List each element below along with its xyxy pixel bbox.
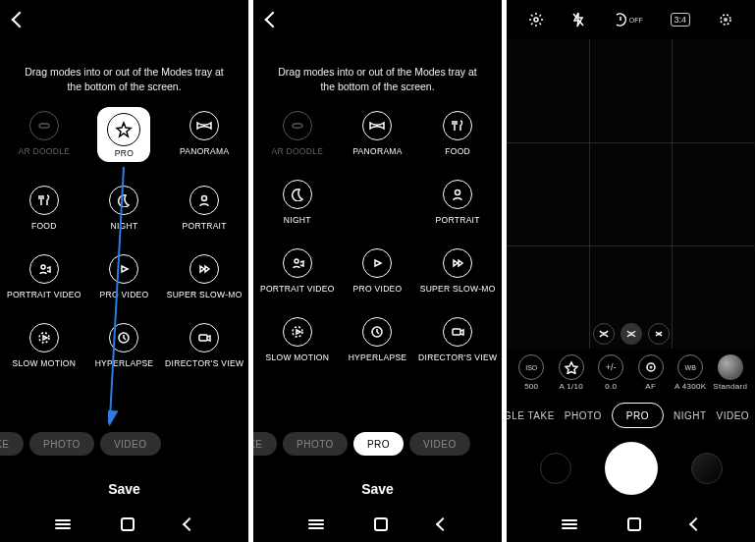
lens-selector[interactable] — [593, 323, 670, 345]
iso-icon: ISO — [518, 354, 544, 380]
mode-tray[interactable]: AKE PHOTO VIDEO — [0, 422, 248, 467]
mode-food[interactable]: FOOD — [4, 186, 84, 231]
svg-marker-2 — [122, 266, 128, 272]
shutter-icon — [559, 354, 584, 380]
lens-ultrawide-icon[interactable] — [593, 323, 615, 345]
svg-marker-12 — [297, 330, 300, 334]
nav-back-icon[interactable] — [688, 517, 702, 531]
motion-photo-icon[interactable] — [718, 12, 733, 27]
svg-point-9 — [295, 259, 298, 263]
svg-marker-10 — [375, 260, 381, 266]
tray-pill-pro[interactable]: PRO — [353, 432, 404, 456]
tray-pill-video[interactable]: VIDEO — [409, 432, 470, 456]
portrait-video-icon — [29, 254, 59, 284]
nav-recent-icon[interactable] — [308, 519, 324, 529]
setting-focus[interactable]: AF — [632, 354, 671, 391]
lens-wide-icon[interactable] — [621, 323, 642, 345]
gallery-thumbnail[interactable] — [540, 453, 571, 484]
setting-ev[interactable]: +/- 0.0 — [592, 354, 630, 391]
tray-pill-video[interactable]: VIDEO — [100, 432, 161, 456]
mode-hyperlapse[interactable]: HYPERLAPSE — [338, 317, 418, 362]
viewfinder[interactable] — [507, 39, 755, 349]
mode-directors-view[interactable]: DIRECTOR'S VIEW — [164, 323, 244, 368]
mode-pro[interactable]: PRO — [84, 111, 165, 162]
save-button[interactable]: Save — [0, 467, 248, 507]
food-icon — [29, 186, 59, 215]
focus-icon — [638, 354, 664, 380]
mode-ar-doodle[interactable]: AR DOODLE — [257, 111, 338, 156]
mode-portrait-video[interactable]: PORTRAIT VIDEO — [4, 254, 84, 299]
setting-wb[interactable]: WB A 4300K — [672, 354, 710, 391]
settings-icon[interactable] — [528, 12, 544, 27]
save-button[interactable]: Save — [253, 467, 502, 507]
tray-pill-photo[interactable]: PHOTO — [29, 432, 94, 456]
mode-panorama[interactable]: PANORAMA — [164, 111, 244, 162]
mode-slow-motion[interactable]: SLOW MOTION — [257, 317, 338, 362]
portrait-video-icon — [283, 248, 312, 278]
setting-shutter[interactable]: A 1/10 — [553, 354, 591, 391]
night-icon — [109, 186, 138, 215]
slow-motion-icon — [29, 323, 59, 352]
mode-panorama[interactable]: PANORAMA — [338, 111, 418, 156]
nav-recent-icon[interactable] — [562, 519, 577, 529]
mode-night[interactable]: NIGHT — [257, 180, 338, 225]
ev-icon: +/- — [598, 354, 623, 380]
phone-screen-3: OFF 3:4 ISO 500 A 1/10 +/- 0.0 AF — [507, 0, 755, 542]
mode-portrait[interactable]: PORTRAIT — [417, 180, 498, 225]
nav-home-icon[interactable] — [121, 517, 135, 531]
lens-tele-icon[interactable] — [648, 323, 670, 345]
mode-hyperlapse[interactable]: HYPERLAPSE — [84, 323, 165, 368]
mode-super-slow-mo[interactable]: SUPER SLOW-MO — [417, 248, 498, 294]
mode-pro-video[interactable]: PRO VIDEO — [84, 254, 165, 299]
svg-point-8 — [456, 190, 460, 195]
mode-pro-active[interactable]: PRO — [612, 403, 664, 428]
mode-pro-video[interactable]: PRO VIDEO — [338, 248, 418, 294]
mode-slow-motion[interactable]: SLOW MOTION — [4, 323, 84, 368]
mode-food[interactable]: FOOD — [417, 111, 498, 156]
night-icon — [283, 180, 312, 209]
back-icon[interactable] — [12, 12, 28, 28]
camera-mode-strip[interactable]: INGLE TAKE PHOTO PRO NIGHT VIDEO — [507, 393, 755, 438]
mode-directors-view[interactable]: DIRECTOR'S VIEW — [417, 317, 498, 362]
ar-doodle-icon — [29, 111, 59, 140]
flash-off-icon[interactable] — [571, 12, 585, 27]
setting-profile[interactable]: Standard — [712, 354, 750, 391]
switch-camera-button[interactable] — [691, 453, 723, 484]
panorama-icon — [362, 111, 392, 140]
svg-point-0 — [202, 196, 207, 201]
shutter-button[interactable] — [605, 442, 658, 495]
svg-point-1 — [41, 265, 45, 269]
svg-rect-6 — [199, 335, 207, 341]
mode-video[interactable]: VIDEO — [717, 410, 750, 421]
nav-recent-icon[interactable] — [55, 519, 71, 529]
system-navbar — [253, 507, 502, 542]
directors-view-icon — [189, 323, 219, 352]
mode-super-slow-mo[interactable]: SUPER SLOW-MO — [164, 254, 244, 299]
nav-back-icon[interactable] — [182, 517, 195, 531]
timer-off-icon[interactable]: OFF — [613, 12, 643, 27]
mode-night[interactable]: NIGHT — [84, 186, 165, 231]
aspect-ratio-icon[interactable]: 3:4 — [671, 13, 691, 27]
pro-settings-row: ISO 500 A 1/10 +/- 0.0 AF WB A 4300K Sta… — [507, 349, 755, 393]
mode-tray[interactable]: AKE PHOTO PRO VIDEO — [253, 422, 502, 467]
phone-screen-2: Drag modes into or out of the Modes tray… — [253, 0, 502, 542]
pro-video-icon — [109, 254, 138, 284]
tray-pill-take[interactable]: AKE — [0, 432, 24, 456]
pro-highlight-card: PRO — [97, 107, 150, 162]
setting-iso[interactable]: ISO 500 — [513, 354, 551, 391]
mode-portrait[interactable]: PORTRAIT — [164, 186, 244, 231]
mode-portrait-video[interactable]: PORTRAIT VIDEO — [257, 248, 338, 294]
back-icon[interactable] — [265, 12, 282, 28]
mode-ar-doodle[interactable]: AR DOODLE — [4, 111, 84, 162]
mode-photo[interactable]: PHOTO — [565, 410, 602, 421]
mode-night[interactable]: NIGHT — [674, 410, 707, 421]
directors-view-icon — [443, 317, 472, 347]
nav-back-icon[interactable] — [435, 517, 449, 531]
instruction-text: Drag modes into or out of the Modes tray… — [253, 39, 502, 107]
tray-pill-take[interactable]: AKE — [253, 432, 277, 456]
nav-home-icon[interactable] — [374, 517, 388, 531]
tray-pill-photo[interactable]: PHOTO — [283, 432, 348, 456]
nav-home-icon[interactable] — [627, 517, 641, 531]
mode-single-take[interactable]: INGLE TAKE — [507, 410, 555, 421]
portrait-icon — [189, 186, 219, 215]
